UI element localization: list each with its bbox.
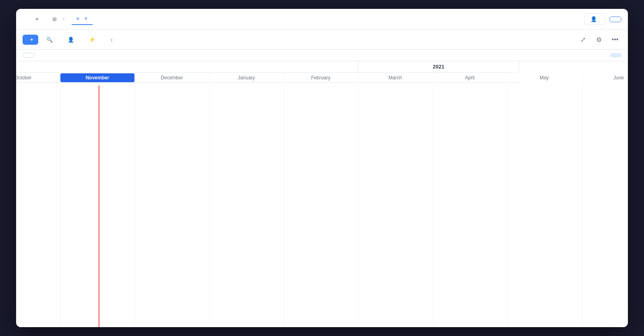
grid-line-15	[507, 85, 508, 327]
grid-lines	[16, 85, 519, 327]
months-view[interactable]	[597, 53, 609, 57]
month-header-May-15: May	[507, 73, 582, 82]
expand-icon[interactable]: ⤢	[576, 33, 589, 46]
chevron-down-icon: ▾	[31, 37, 33, 42]
month-header-April-14: April	[433, 73, 507, 82]
month-header-January-11: January	[209, 73, 284, 82]
invite-icon: 👤	[590, 16, 597, 22]
sort-icon: ↕	[110, 37, 113, 43]
weeks-view[interactable]	[584, 53, 596, 57]
timeline-controls	[16, 50, 628, 61]
year-headers: 20202021	[16, 61, 519, 73]
year-header-2020: 2020	[16, 61, 358, 72]
all-views-icon: ≡	[35, 16, 39, 22]
grid-line-16	[582, 85, 582, 327]
new-item-button[interactable]: ▾	[23, 35, 38, 45]
month-header-February-12: February	[284, 73, 358, 82]
sort-button[interactable]: ↕	[105, 34, 120, 45]
timeline-tab[interactable]: ≡ ✕	[72, 13, 93, 25]
filter-icon: ⚡	[89, 37, 95, 43]
table-icon: ⊞	[52, 16, 57, 22]
view-options	[572, 53, 621, 57]
app-window: ≡ ⊞ ✕ ≡ ✕ 👤	[16, 9, 628, 327]
timeline-inner: 20202021 FebruaryMarchAprilMayJuneJulyAu…	[16, 61, 519, 327]
toolbar: ▾ 🔍 👤 ⚡ ↕ ⤢ ⚙ •••	[16, 30, 628, 50]
title-bar-actions: 👤	[584, 13, 621, 25]
today-line	[99, 85, 99, 327]
nav-tabs: ≡ ⊞ ✕ ≡ ✕	[31, 13, 584, 25]
title-bar: ≡ ⊞ ✕ ≡ ✕ 👤	[16, 9, 628, 30]
more-icon[interactable]: •••	[609, 33, 621, 46]
timeline-wrapper: 20202021 FebruaryMarchAprilMayJuneJulyAu…	[16, 61, 628, 327]
toolbar-right: ⤢ ⚙ •••	[576, 33, 621, 46]
month-header-June-16: June	[582, 73, 628, 82]
month-header-December-10: December	[135, 73, 209, 82]
grid-line-14	[433, 85, 433, 327]
timeline-icon: ≡	[76, 16, 80, 22]
month-header-March-13: March	[358, 73, 433, 82]
grid-line-10	[135, 85, 135, 327]
timeline-scroll[interactable]: 20202021 FebruaryMarchAprilMayJuneJulyAu…	[16, 61, 628, 327]
search-button[interactable]: 🔍	[41, 34, 60, 45]
main-table-tab[interactable]: ⊞ ✕	[47, 14, 70, 25]
person-button[interactable]: 👤	[63, 34, 81, 45]
days-view[interactable]	[572, 53, 583, 57]
grid-line-13	[358, 85, 359, 327]
person-icon: 👤	[68, 37, 74, 43]
year-header-2021: 2021	[358, 61, 519, 72]
settings-icon[interactable]: ⚙	[592, 33, 605, 46]
all-views-tab[interactable]: ≡	[31, 14, 46, 25]
years-view[interactable]	[610, 53, 621, 57]
invite-button[interactable]: 👤	[584, 13, 605, 25]
today-button[interactable]	[23, 53, 35, 58]
month-headers: FebruaryMarchAprilMayJuneJulyAugustSepte…	[16, 73, 519, 83]
grid-line-9	[60, 85, 61, 327]
grid-line-11	[209, 85, 210, 327]
search-icon: 🔍	[46, 37, 53, 43]
filter-button[interactable]: ⚡	[84, 34, 102, 45]
month-header-November-9: November	[60, 73, 135, 82]
month-header-October-8: October	[16, 73, 60, 82]
add-board-button[interactable]	[609, 17, 621, 22]
grid-line-12	[284, 85, 284, 327]
